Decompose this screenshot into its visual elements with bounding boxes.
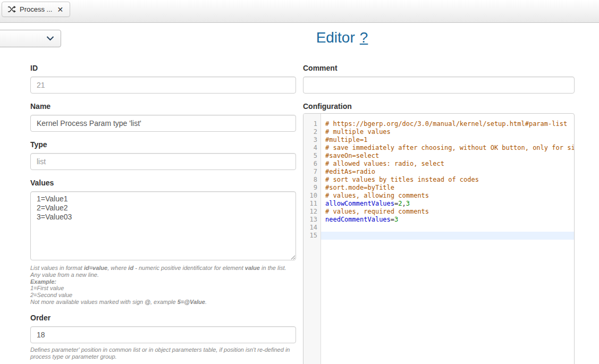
help-link[interactable]: ? [360,29,368,46]
id-field[interactable] [30,77,296,94]
line-numbers: 123456789101112131415 [303,114,321,364]
code-line[interactable]: #sort.mode=byTitle [321,184,574,192]
values-help-line: List values in format id=value, where id… [30,265,296,278]
editor-page: Process ... ✕ Editor? ID Name Type Value… [0,0,599,364]
code-line[interactable] [321,224,574,232]
form-left-column: ID Name Type Values 1=Value1 2=Value2 3=… [30,64,296,360]
chevron-down-icon [46,36,54,41]
values-help-line: Example: [30,278,296,285]
name-field[interactable] [30,115,296,132]
code-line[interactable]: #multiple=1 [321,136,574,144]
values-label: Values [30,179,296,187]
tab-process[interactable]: Process ... ✕ [2,2,70,17]
line-number: 6 [303,160,317,168]
page-title: Editor? [85,29,599,46]
comment-label: Comment [303,64,575,72]
configuration-editor[interactable]: 123456789101112131415 # https://bgerp.or… [303,113,575,364]
code-line[interactable] [321,232,574,240]
order-label: Order [30,314,296,322]
type-label: Type [30,141,296,149]
values-help-line: 2=Second value [30,292,296,299]
code-line[interactable]: # multiple values [321,128,574,136]
shuffle-icon [7,5,16,13]
tab-bar: Process ... ✕ [0,0,599,23]
code-line[interactable]: needCommentValues=3 [321,216,574,224]
line-number: 12 [303,208,317,216]
code-line[interactable]: #saveOn=select [321,152,574,160]
page-title-text: Editor [316,29,355,46]
code-line[interactable]: # values, required comments [321,208,574,216]
configuration-label: Configuration [303,103,575,111]
line-number: 1 [303,120,317,128]
code-line[interactable]: # allowed values: radio, select [321,160,574,168]
line-number: 14 [303,224,317,232]
line-number: 9 [303,184,317,192]
tab-label: Process ... [20,5,52,13]
values-field[interactable]: 1=Value1 2=Value2 3=Value03 [30,191,296,260]
line-number: 10 [303,192,317,200]
type-field[interactable] [30,153,296,170]
id-label: ID [30,64,296,72]
name-label: Name [30,103,296,111]
line-number: 5 [303,152,317,160]
line-number: 7 [303,168,317,176]
values-help-line: Not more available values marked with si… [30,299,296,306]
order-field[interactable] [30,326,296,343]
line-number: 3 [303,136,317,144]
close-icon[interactable]: ✕ [56,5,64,14]
form-right-column: Comment Configuration 123456789101112131… [303,64,575,364]
comment-field[interactable] [303,77,575,94]
code-line[interactable]: # https://bgerp.org/doc/3.0/manual/kerne… [321,120,574,128]
code-content[interactable]: # https://bgerp.org/doc/3.0/manual/kerne… [321,114,574,364]
code-line[interactable]: # save immediately after choosing, witho… [321,144,574,152]
code-line[interactable]: allowCommentValues=2,3 [321,200,574,208]
code-line[interactable]: #editAs=radio [321,168,574,176]
line-number: 11 [303,200,317,208]
line-number: 8 [303,176,317,184]
code-line[interactable]: # values, allowing comments [321,192,574,200]
line-number: 13 [303,216,317,224]
line-number: 2 [303,128,317,136]
code-line[interactable]: # sort values by titles instead of codes [321,176,574,184]
values-help-text: List values in format id=value, where id… [30,265,296,306]
values-help-line: 1=First value [30,285,296,292]
line-number: 4 [303,144,317,152]
line-number: 15 [303,232,317,240]
param-type-select[interactable] [0,30,61,47]
order-help-text: Defines parameter' position in common li… [30,346,296,360]
